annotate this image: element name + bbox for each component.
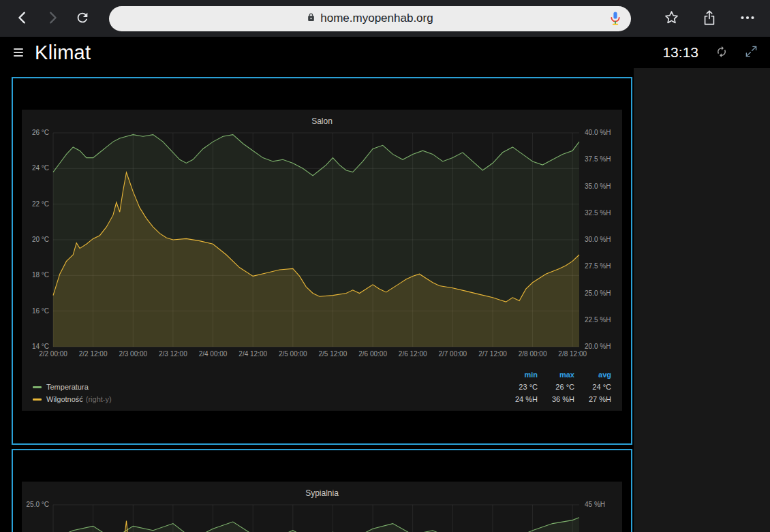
legend-stat-value: 27 %H	[574, 395, 611, 403]
legend-stat-value: 23 °C	[501, 383, 538, 391]
clock-text: 13:13	[662, 44, 698, 61]
svg-text:40.0 %H: 40.0 %H	[585, 129, 611, 136]
chart-title-sypialnia: Sypialnia	[22, 487, 622, 499]
share-button[interactable]	[699, 8, 720, 29]
svg-text:27.5 %H: 27.5 %H	[585, 262, 611, 270]
svg-text:2/2 00:00: 2/2 00:00	[39, 350, 67, 358]
svg-text:2/4 00:00: 2/4 00:00	[199, 350, 228, 358]
url-text: home.myopenhab.org	[320, 12, 433, 25]
svg-text:20 °C: 20 °C	[32, 236, 49, 243]
chart-panel-salon[interactable]: Salon 2/2 00:002/2 12:002/3 00:002/3 12:…	[12, 77, 632, 445]
salon-plot-area: 2/2 00:002/2 12:002/3 00:002/3 12:002/4 …	[22, 127, 622, 367]
svg-text:2/8 00:00: 2/8 00:00	[519, 350, 547, 358]
share-icon	[702, 10, 717, 28]
expand-icon	[745, 45, 758, 60]
legend-stat-value: 24 %H	[501, 395, 538, 403]
forward-button[interactable]	[42, 8, 63, 29]
legend-stat-header: min	[501, 371, 538, 379]
page-background: Salon 2/2 00:002/2 12:002/3 00:002/3 12:…	[0, 68, 770, 532]
reload-icon	[75, 10, 90, 27]
svg-text:35.0 %H: 35.0 %H	[585, 183, 611, 190]
back-icon	[15, 10, 30, 27]
app-header: Klimat 13:13	[0, 37, 770, 68]
sypialnia-chart: Sypialnia 2/2 00:002/2 12:002/3 00:002/3…	[22, 482, 622, 532]
svg-text:30.0 %H: 30.0 %H	[585, 236, 611, 243]
svg-text:2/7 12:00: 2/7 12:00	[478, 350, 507, 358]
bookmark-button[interactable]	[661, 8, 681, 29]
svg-text:32.5 %H: 32.5 %H	[585, 209, 611, 217]
series-swatch	[33, 386, 42, 388]
microphone-icon	[607, 18, 623, 29]
series-axis-note: (right-y)	[86, 395, 112, 403]
legend-stat-value: 26 °C	[538, 383, 574, 391]
series-swatch	[33, 398, 42, 401]
svg-text:45 %H: 45 %H	[585, 501, 605, 508]
refresh-button[interactable]	[715, 46, 728, 60]
chart-title-salon: Salon	[22, 115, 622, 127]
series-name: Wilgotność	[46, 395, 83, 403]
svg-text:2/4 12:00: 2/4 12:00	[238, 350, 267, 358]
svg-text:18 °C: 18 °C	[32, 271, 49, 279]
legend-stat-value: 24 °C	[574, 383, 611, 391]
svg-text:14 °C: 14 °C	[32, 343, 49, 350]
svg-text:26 °C: 26 °C	[32, 129, 49, 136]
legend-header-row: minmaxavg	[33, 369, 611, 381]
svg-text:25.0 %H: 25.0 %H	[585, 290, 611, 297]
legend-stat-header: max	[538, 371, 574, 379]
ellipsis-icon	[739, 10, 756, 28]
svg-text:2/5 00:00: 2/5 00:00	[279, 350, 307, 358]
header-actions: 13:13	[662, 44, 758, 61]
browser-menu-button[interactable]	[737, 8, 758, 29]
sypialnia-plot-area: 2/2 00:002/2 12:002/3 00:002/3 12:002/4 …	[22, 499, 622, 532]
legend-row[interactable]: Wilgotność(right-y)24 %H36 %H27 %H	[33, 393, 611, 405]
svg-text:2/7 00:00: 2/7 00:00	[438, 350, 467, 358]
svg-text:2/3 12:00: 2/3 12:00	[159, 350, 187, 358]
svg-text:37.5 %H: 37.5 %H	[585, 155, 611, 163]
salon-chart: Salon 2/2 00:002/2 12:002/3 00:002/3 12:…	[22, 110, 622, 411]
svg-text:25.0 °C: 25.0 °C	[27, 501, 49, 508]
star-icon	[664, 10, 679, 27]
svg-text:2/5 12:00: 2/5 12:00	[319, 350, 348, 358]
forward-icon	[45, 10, 60, 27]
svg-text:16 °C: 16 °C	[32, 307, 49, 315]
hamburger-icon	[14, 48, 23, 50]
legend-stat-header: avg	[574, 371, 611, 379]
refresh-icon	[715, 46, 728, 60]
svg-text:22 °C: 22 °C	[32, 200, 49, 208]
reload-button[interactable]	[72, 8, 93, 29]
salon-legend: minmaxavgTemperatura23 °C26 °C24 °CWilgo…	[22, 367, 622, 405]
svg-text:22.5 %H: 22.5 %H	[585, 316, 611, 324]
chart-panel-sypialnia[interactable]: Sypialnia 2/2 00:002/2 12:002/3 00:002/3…	[12, 449, 632, 532]
series-name: Temperatura	[46, 383, 89, 391]
fullscreen-button[interactable]	[745, 45, 758, 60]
svg-text:2/2 12:00: 2/2 12:00	[79, 350, 108, 358]
svg-text:2/6 12:00: 2/6 12:00	[399, 350, 427, 358]
svg-text:2/8 12:00: 2/8 12:00	[558, 350, 587, 358]
svg-text:2/3 00:00: 2/3 00:00	[119, 350, 147, 358]
svg-text:20.0 %H: 20.0 %H	[585, 343, 611, 350]
page-title: Klimat	[35, 42, 91, 64]
url-bar[interactable]: home.myopenhab.org	[109, 6, 631, 31]
browser-actions	[643, 8, 758, 29]
legend-stat-value: 36 %H	[538, 395, 574, 403]
lock-icon	[307, 12, 315, 25]
voice-search-button[interactable]	[606, 10, 623, 27]
browser-bar: home.myopenhab.org	[0, 0, 770, 37]
back-button[interactable]	[12, 8, 33, 29]
svg-text:2/6 00:00: 2/6 00:00	[358, 350, 387, 358]
menu-button[interactable]	[12, 47, 25, 58]
legend-row[interactable]: Temperatura23 °C26 °C24 °C	[33, 381, 611, 393]
svg-text:24 °C: 24 °C	[32, 164, 49, 172]
dashboard-content: Salon 2/2 00:002/2 12:002/3 00:002/3 12:…	[0, 68, 634, 532]
